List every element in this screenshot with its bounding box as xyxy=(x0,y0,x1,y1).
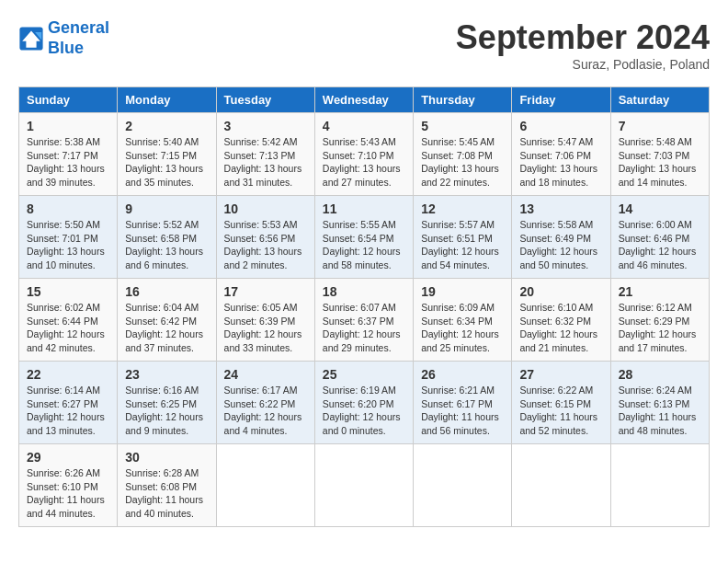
month-title: September 2024 xyxy=(456,18,710,57)
day-number: 5 xyxy=(421,119,504,133)
day-number: 28 xyxy=(619,367,701,382)
cell-content: Sunrise: 6:26 AMSunset: 6:10 PMDaylight:… xyxy=(27,466,109,521)
day-number: 3 xyxy=(224,119,307,133)
table-row: 14Sunrise: 6:00 AMSunset: 6:46 PMDayligh… xyxy=(610,196,709,279)
cell-content: Sunrise: 6:02 AMSunset: 6:44 PMDaylight:… xyxy=(27,301,109,355)
location-subtitle: Suraz, Podlasie, Poland xyxy=(456,57,710,72)
header-monday: Monday xyxy=(118,87,216,113)
calendar-table: Sunday Monday Tuesday Wednesday Thursday… xyxy=(18,86,710,527)
cell-content: Sunrise: 5:58 AMSunset: 6:49 PMDaylight:… xyxy=(519,218,602,272)
day-number: 11 xyxy=(323,201,405,216)
title-block: September 2024 Suraz, Podlasie, Poland xyxy=(456,18,710,72)
cell-content: Sunrise: 6:12 AMSunset: 6:29 PMDaylight:… xyxy=(619,301,701,355)
cell-content: Sunrise: 5:42 AMSunset: 7:13 PMDaylight:… xyxy=(224,135,307,190)
logo-icon xyxy=(18,26,44,52)
table-row: 5Sunrise: 5:45 AMSunset: 7:08 PMDaylight… xyxy=(414,113,512,196)
table-row: 19Sunrise: 6:09 AMSunset: 6:34 PMDayligh… xyxy=(414,279,512,362)
day-number: 20 xyxy=(519,284,602,299)
table-row: 23Sunrise: 6:16 AMSunset: 6:25 PMDayligh… xyxy=(118,362,216,444)
cell-content: Sunrise: 5:57 AMSunset: 6:51 PMDaylight:… xyxy=(421,218,504,272)
day-number: 2 xyxy=(125,119,208,133)
day-number: 19 xyxy=(421,284,504,299)
cell-content: Sunrise: 6:28 AMSunset: 6:08 PMDaylight:… xyxy=(125,466,208,521)
table-row: 6Sunrise: 5:47 AMSunset: 7:06 PMDaylight… xyxy=(512,113,610,196)
day-number: 9 xyxy=(125,201,208,216)
calendar-header: Sunday Monday Tuesday Wednesday Thursday… xyxy=(19,87,710,113)
day-number: 8 xyxy=(27,201,109,216)
table-row: 25Sunrise: 6:19 AMSunset: 6:20 PMDayligh… xyxy=(314,362,413,444)
table-row: 9Sunrise: 5:52 AMSunset: 6:58 PMDaylight… xyxy=(118,196,216,279)
table-row: 12Sunrise: 5:57 AMSunset: 6:51 PMDayligh… xyxy=(414,196,512,279)
header-thursday: Thursday xyxy=(414,87,512,113)
day-number: 17 xyxy=(224,284,307,299)
cell-content: Sunrise: 6:00 AMSunset: 6:46 PMDaylight:… xyxy=(619,218,701,272)
table-row: 15Sunrise: 6:02 AMSunset: 6:44 PMDayligh… xyxy=(19,279,118,362)
day-number: 26 xyxy=(421,367,504,382)
cell-content: Sunrise: 5:47 AMSunset: 7:06 PMDaylight:… xyxy=(519,135,602,190)
cell-content: Sunrise: 5:45 AMSunset: 7:08 PMDaylight:… xyxy=(421,135,504,190)
table-row: 28Sunrise: 6:24 AMSunset: 6:13 PMDayligh… xyxy=(610,362,709,444)
table-row: 3Sunrise: 5:42 AMSunset: 7:13 PMDaylight… xyxy=(216,113,314,196)
cell-content: Sunrise: 6:09 AMSunset: 6:34 PMDaylight:… xyxy=(421,301,504,355)
day-number: 15 xyxy=(27,284,109,299)
cell-content: Sunrise: 5:38 AMSunset: 7:17 PMDaylight:… xyxy=(27,135,109,190)
cell-content: Sunrise: 6:07 AMSunset: 6:37 PMDaylight:… xyxy=(323,301,405,355)
day-number: 25 xyxy=(323,367,405,382)
day-number: 30 xyxy=(125,450,208,465)
day-number: 12 xyxy=(421,201,504,216)
cell-content: Sunrise: 6:14 AMSunset: 6:27 PMDaylight:… xyxy=(27,384,109,438)
cell-content: Sunrise: 5:53 AMSunset: 6:56 PMDaylight:… xyxy=(224,218,307,272)
table-row xyxy=(314,444,413,527)
table-row: 13Sunrise: 5:58 AMSunset: 6:49 PMDayligh… xyxy=(512,196,610,279)
table-row: 18Sunrise: 6:07 AMSunset: 6:37 PMDayligh… xyxy=(314,279,413,362)
header-friday: Friday xyxy=(512,87,610,113)
day-number: 4 xyxy=(323,119,405,133)
cell-content: Sunrise: 5:40 AMSunset: 7:15 PMDaylight:… xyxy=(125,135,208,190)
day-number: 21 xyxy=(619,284,701,299)
day-number: 6 xyxy=(519,119,602,133)
table-row: 2Sunrise: 5:40 AMSunset: 7:15 PMDaylight… xyxy=(118,113,216,196)
cell-content: Sunrise: 5:43 AMSunset: 7:10 PMDaylight:… xyxy=(323,135,405,190)
cell-content: Sunrise: 6:16 AMSunset: 6:25 PMDaylight:… xyxy=(125,384,208,438)
cell-content: Sunrise: 6:24 AMSunset: 6:13 PMDaylight:… xyxy=(619,384,701,438)
day-number: 22 xyxy=(27,367,109,382)
table-row xyxy=(512,444,610,527)
table-row: 22Sunrise: 6:14 AMSunset: 6:27 PMDayligh… xyxy=(19,362,118,444)
table-row: 11Sunrise: 5:55 AMSunset: 6:54 PMDayligh… xyxy=(314,196,413,279)
day-number: 23 xyxy=(125,367,208,382)
table-row: 20Sunrise: 6:10 AMSunset: 6:32 PMDayligh… xyxy=(512,279,610,362)
table-row: 10Sunrise: 5:53 AMSunset: 6:56 PMDayligh… xyxy=(216,196,314,279)
logo: General Blue xyxy=(18,18,109,58)
day-number: 1 xyxy=(27,119,109,133)
day-number: 18 xyxy=(323,284,405,299)
cell-content: Sunrise: 5:52 AMSunset: 6:58 PMDaylight:… xyxy=(125,218,208,272)
cell-content: Sunrise: 6:04 AMSunset: 6:42 PMDaylight:… xyxy=(125,301,208,355)
cell-content: Sunrise: 6:19 AMSunset: 6:20 PMDaylight:… xyxy=(323,384,405,438)
cell-content: Sunrise: 6:22 AMSunset: 6:15 PMDaylight:… xyxy=(519,384,602,438)
table-row: 1Sunrise: 5:38 AMSunset: 7:17 PMDaylight… xyxy=(19,113,118,196)
cell-content: Sunrise: 5:48 AMSunset: 7:03 PMDaylight:… xyxy=(619,135,701,190)
table-row xyxy=(610,444,709,527)
table-row: 8Sunrise: 5:50 AMSunset: 7:01 PMDaylight… xyxy=(19,196,118,279)
day-number: 27 xyxy=(519,367,602,382)
table-row: 30Sunrise: 6:28 AMSunset: 6:08 PMDayligh… xyxy=(118,444,216,527)
day-number: 24 xyxy=(224,367,307,382)
table-row xyxy=(414,444,512,527)
header-wednesday: Wednesday xyxy=(314,87,413,113)
day-number: 10 xyxy=(224,201,307,216)
table-row: 4Sunrise: 5:43 AMSunset: 7:10 PMDaylight… xyxy=(314,113,413,196)
page-header: General Blue September 2024 Suraz, Podla… xyxy=(18,18,710,72)
table-row: 16Sunrise: 6:04 AMSunset: 6:42 PMDayligh… xyxy=(118,279,216,362)
table-row: 27Sunrise: 6:22 AMSunset: 6:15 PMDayligh… xyxy=(512,362,610,444)
header-tuesday: Tuesday xyxy=(216,87,314,113)
header-saturday: Saturday xyxy=(610,87,709,113)
cell-content: Sunrise: 6:10 AMSunset: 6:32 PMDaylight:… xyxy=(519,301,602,355)
calendar-body: 1Sunrise: 5:38 AMSunset: 7:17 PMDaylight… xyxy=(19,113,710,527)
table-row: 21Sunrise: 6:12 AMSunset: 6:29 PMDayligh… xyxy=(610,279,709,362)
logo-text: General Blue xyxy=(48,18,109,58)
day-number: 7 xyxy=(619,119,701,133)
table-row: 7Sunrise: 5:48 AMSunset: 7:03 PMDaylight… xyxy=(610,113,709,196)
table-row xyxy=(216,444,314,527)
cell-content: Sunrise: 5:55 AMSunset: 6:54 PMDaylight:… xyxy=(323,218,405,272)
day-number: 13 xyxy=(519,201,602,216)
